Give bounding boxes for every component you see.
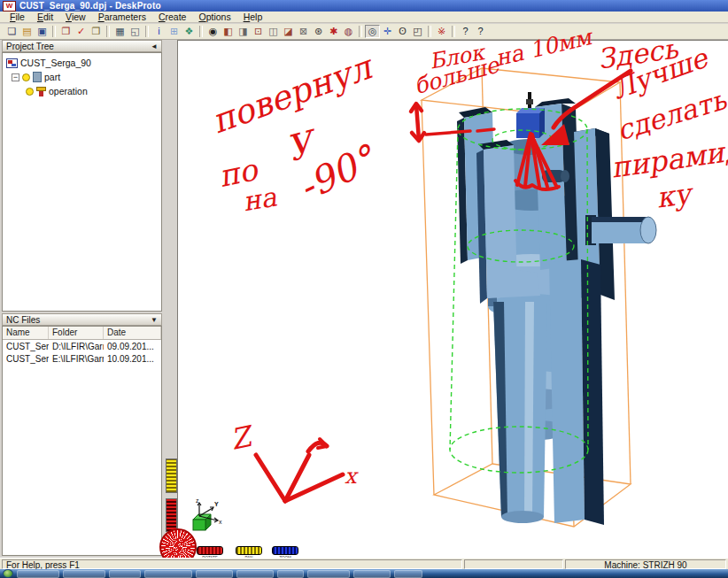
simulate-icon[interactable]: ◍ <box>341 25 356 38</box>
status-empty-cell <box>464 559 563 569</box>
toolbar-separator <box>452 26 455 37</box>
project-tree-collapse-icon[interactable]: ◄ <box>151 42 158 50</box>
taskbar-window-button[interactable] <box>353 570 391 578</box>
taskbar-window-button[interactable] <box>196 570 233 578</box>
menu-create[interactable]: Create <box>152 12 193 22</box>
print-preview-icon-glyph: ◱ <box>130 27 139 36</box>
zoom-window-icon[interactable]: ◰ <box>410 25 425 38</box>
wizard-icon[interactable]: ✓ <box>74 25 89 38</box>
nc-file-folder: E:\ILFIR\Garni... <box>49 354 104 364</box>
pan-slider[interactable] <box>236 546 262 555</box>
nc-file-list: CUST_Serg...D:\ILFIR\Garni...09.09.201..… <box>3 340 161 365</box>
vertical-rotate-slider[interactable] <box>166 498 177 532</box>
taskbar-window-button[interactable] <box>17 570 59 578</box>
viewport-3d[interactable]: Z x повернул по У на -90° Блок больше на… <box>177 40 728 558</box>
menu-view[interactable]: View <box>59 12 92 22</box>
status-machine-label: Machine: STRIZH 90 <box>565 559 726 569</box>
show-tabs-icon[interactable]: ⊠ <box>296 25 311 38</box>
part-icon <box>33 72 42 82</box>
help-icon-glyph: ? <box>462 27 468 36</box>
nc-file-row[interactable]: CUST_Serg...D:\ILFIR\Garni...09.09.201..… <box>3 340 161 352</box>
axis-indicator: z Y x <box>188 497 225 537</box>
nc-file-date: 09.09.201... <box>104 342 161 351</box>
show-origin-icon-glyph: ⊛ <box>314 27 322 36</box>
taskbar-window-button[interactable] <box>394 570 422 578</box>
column-name[interactable]: Name <box>3 327 49 339</box>
copy-part-icon[interactable]: ❐ <box>58 25 74 38</box>
print-icon-glyph: ▦ <box>115 27 124 36</box>
taskbar-window-button[interactable] <box>236 570 274 578</box>
info-icon[interactable]: i <box>151 25 167 38</box>
show-tabs-icon-glyph: ⊠ <box>299 27 307 36</box>
toolbar-separator <box>359 26 362 37</box>
show-border-icon-glyph: ⊡ <box>254 27 262 36</box>
rotate-slider[interactable] <box>197 546 223 555</box>
show-machine-icon[interactable]: ✱ <box>326 25 341 38</box>
show-border-icon[interactable]: ⊡ <box>251 25 266 38</box>
taskbar-window-button[interactable] <box>63 570 105 578</box>
show-origin-icon[interactable]: ⊛ <box>311 25 326 38</box>
toolbar-separator <box>428 26 431 37</box>
menu-file[interactable]: File <box>4 12 31 22</box>
vertical-pan-slider[interactable] <box>166 459 177 493</box>
menu-options[interactable]: Options <box>192 12 236 22</box>
windows-taskbar <box>0 569 728 578</box>
grid-view-icon[interactable]: ⊞ <box>167 25 182 38</box>
help-icon[interactable]: ? <box>458 25 473 38</box>
nc-files-panel: Name Folder Date CUST_Serg...D:\ILFIR\Ga… <box>2 326 162 556</box>
zoom-dynamic-icon[interactable]: ʘ <box>395 25 410 38</box>
pan-view-icon[interactable]: ✛ <box>380 25 395 38</box>
nc-files-collapse-icon[interactable]: ▼ <box>151 316 158 324</box>
print-icon[interactable]: ▦ <box>112 25 128 38</box>
menu-bar: File Edit View Parameters Create Options… <box>0 12 728 23</box>
open-file-icon[interactable]: ▤ <box>19 25 35 38</box>
taskbar-window-button[interactable] <box>144 570 192 578</box>
show-toolpath-icon-glyph: ◫ <box>268 27 277 36</box>
save-icon[interactable]: ▣ <box>35 25 50 38</box>
tree-item-operation[interactable]: operation <box>6 84 161 98</box>
project-tree-header[interactable]: Project Tree ◄ <box>2 40 162 52</box>
show-block-icon[interactable]: ◨ <box>236 25 251 38</box>
project-tree: CUST_Serga_90 − part operation <box>2 52 162 312</box>
show-eye-icon[interactable]: ◉ <box>205 25 221 38</box>
nc-files-header[interactable]: NC Files ▼ <box>2 313 162 326</box>
new-file-icon[interactable]: ❏ <box>4 25 19 38</box>
taskbar-window-button[interactable] <box>307 570 350 578</box>
render-view-icon-glyph: ❖ <box>185 27 194 36</box>
visibility-bulb-icon[interactable] <box>22 73 30 81</box>
nc-files-column-headers: Name Folder Date <box>3 327 161 340</box>
sketch-z-label: Z <box>228 419 258 457</box>
zoom-slider[interactable] <box>272 546 298 555</box>
calculate-toolpaths-icon[interactable]: ※ <box>434 25 449 38</box>
column-date[interactable]: Date <box>104 327 161 339</box>
show-part-icon[interactable]: ◧ <box>221 25 236 38</box>
nc-file-row[interactable]: CUST_Serg...E:\ILFIR\Garni...10.09.201..… <box>3 352 161 365</box>
expander-icon[interactable]: − <box>12 73 19 81</box>
context-help-icon[interactable]: ? <box>473 25 488 38</box>
note-rotated: на <box>241 183 279 215</box>
open-file-icon-glyph: ▤ <box>22 27 31 36</box>
tree-item-project[interactable]: CUST_Serga_90 <box>6 56 161 70</box>
print-preview-icon[interactable]: ◱ <box>128 25 143 38</box>
show-toolpath-icon[interactable]: ◫ <box>266 25 281 38</box>
title-bar[interactable]: W CUST_Serga_90.dpj - DeskProto <box>0 0 728 12</box>
column-folder[interactable]: Folder <box>49 327 104 339</box>
tree-item-part[interactable]: − part <box>6 70 161 84</box>
menu-parameters[interactable]: Parameters <box>92 12 152 22</box>
taskbar-window-button[interactable] <box>277 570 304 578</box>
taskbar-window-button[interactable] <box>109 570 141 578</box>
render-view-icon[interactable]: ❖ <box>182 25 197 38</box>
info-icon-glyph: i <box>158 27 159 36</box>
project-icon <box>6 58 18 68</box>
copy-operation-icon[interactable]: ❐ <box>89 25 104 38</box>
copy-part-icon-glyph: ❐ <box>62 27 71 36</box>
menu-edit[interactable]: Edit <box>31 12 59 22</box>
show-supports-icon[interactable]: ◪ <box>281 25 296 38</box>
tree-item-part-label: part <box>44 72 60 82</box>
start-button-icon[interactable] <box>3 569 13 578</box>
menu-help[interactable]: Help <box>237 12 269 22</box>
visibility-bulb-icon[interactable] <box>26 88 34 96</box>
reset-view-icon[interactable]: ◎ <box>365 25 380 38</box>
deskproto-window: W CUST_Serga_90.dpj - DeskProto File Edi… <box>0 0 728 578</box>
show-machine-icon-glyph: ✱ <box>329 27 337 36</box>
